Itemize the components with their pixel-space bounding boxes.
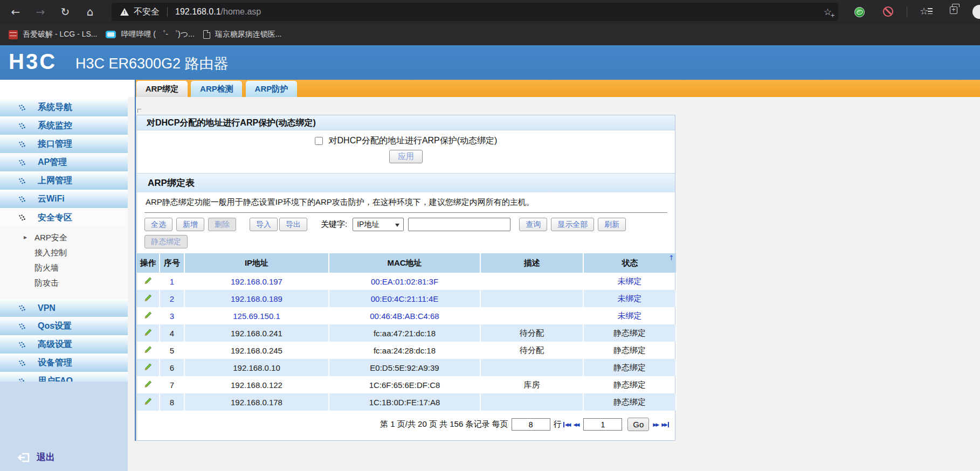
sidebar-footer: 退出 <box>0 382 128 471</box>
menu-bullet-icon <box>18 159 26 167</box>
edit-icon[interactable] <box>144 276 152 287</box>
table-row[interactable]: 3 125.69.150.1 00:46:4B:AB:C4:68 未绑定 <box>137 307 676 324</box>
tab-arp-defense[interactable]: ARP防护 <box>246 81 297 97</box>
export-button[interactable]: 导出 <box>279 218 307 231</box>
menu-bullet-icon <box>18 359 26 367</box>
sidebar-subitem-arp-security[interactable]: ▸ ARP安全 <box>0 230 128 245</box>
tab-arp-detect[interactable]: ARP检测 <box>191 81 242 97</box>
back-icon[interactable]: ← <box>6 3 25 21</box>
bilibili-favicon <box>106 31 116 38</box>
refresh-button[interactable]: 刷新 <box>598 218 626 231</box>
keyword-search-input[interactable] <box>408 218 510 231</box>
query-button[interactable]: 查询 <box>519 218 547 231</box>
dhcp-section-body: 对DHCP分配的地址进行ARP保护(动态绑定) 应用 <box>137 135 675 173</box>
router-banner: H3C H3C ER6300G2 路由器 <box>0 45 980 80</box>
menu-bullet-icon <box>18 304 26 312</box>
url-host: 192.168.0.1 <box>175 7 221 17</box>
edit-icon[interactable] <box>144 294 152 304</box>
apply-button[interactable]: 应用 <box>389 150 423 163</box>
menu-bullet-icon <box>18 177 26 185</box>
menu-bullet-icon <box>18 141 26 148</box>
table-row[interactable]: 6 192.168.0.10 E0:D5:5E:92:A9:39 静态绑定 <box>137 359 676 376</box>
arp-binding-table: 操作 序号 IP地址 MAC地址 描述 状态↑ 1 192.168.0.197 … <box>137 253 677 411</box>
edit-icon[interactable] <box>144 397 152 407</box>
sidebar-item-device-mgmt[interactable]: 设备管理 <box>0 354 128 372</box>
dropdown-arrow-icon <box>395 224 399 227</box>
browser-toolbar: ← → ↻ ⌂ ! 不安全 192.168.0.1 /home.asp ☆+ ☆… <box>0 0 980 24</box>
h3c-logo: H3C <box>9 50 57 74</box>
sidebar-item-qos[interactable]: Qos设置 <box>0 317 128 336</box>
sidebar-item-system-monitor[interactable]: 系统监控 <box>0 117 128 135</box>
arp-toolbar: 全选 新增 删除 导入 导出 关键字: IP地址 查询 显示全部 刷新 <box>144 218 667 231</box>
table-row[interactable]: 1 192.168.0.197 00:EA:01:02:81:3F 未绑定 <box>137 273 676 290</box>
sidebar-item-interface-mgmt[interactable]: 接口管理 <box>0 135 128 154</box>
col-desc: 描述 <box>480 253 583 273</box>
sidebar-subitem-access-control[interactable]: 接入控制 <box>0 245 128 260</box>
static-bind-button[interactable]: 静态绑定 <box>144 235 188 248</box>
select-all-button[interactable]: 全选 <box>144 218 172 231</box>
sidebar-item-vpn[interactable]: VPN <box>0 299 128 317</box>
sidebar-item-security-zone[interactable]: 安全专区 <box>0 209 128 227</box>
add-favorite-icon[interactable]: ☆+ <box>824 6 832 17</box>
home-icon[interactable]: ⌂ <box>81 3 99 21</box>
prev-page-icon[interactable]: ◀◀ <box>573 422 578 427</box>
logout-icon <box>17 452 30 463</box>
edit-icon[interactable] <box>144 363 152 373</box>
delete-button[interactable]: 删除 <box>208 218 236 231</box>
per-page-input[interactable] <box>512 418 550 431</box>
next-page-icon[interactable]: ▶▶ <box>653 422 658 427</box>
go-button[interactable]: Go <box>627 418 649 431</box>
edit-icon[interactable] <box>144 345 152 356</box>
table-row[interactable]: 4 192.168.0.241 fc:aa:47:21:dc:18 待分配 静态… <box>137 324 676 342</box>
logout-button[interactable]: 退出 <box>17 451 55 463</box>
toolbar-separator <box>907 6 907 17</box>
page-title: H3C ER6300G2 路由器 <box>75 54 229 73</box>
favorites-bar-icon[interactable]: ☆ <box>920 5 928 17</box>
profile-avatar[interactable] <box>972 5 980 19</box>
edit-icon[interactable] <box>144 328 152 338</box>
sidebar-subitem-firewall[interactable]: 防火墙 <box>0 260 128 275</box>
collections-icon[interactable]: + <box>950 6 957 14</box>
page-number-input[interactable] <box>583 418 622 431</box>
dhcp-section-header: 对DHCP分配的地址进行ARP保护(动态绑定) <box>137 115 675 130</box>
last-page-icon[interactable]: ▶▶ <box>661 422 669 427</box>
show-all-button[interactable]: 显示全部 <box>551 218 594 231</box>
table-row[interactable]: 5 192.168.0.245 fc:aa:24:28:dc:18 待分配 静态… <box>137 342 676 359</box>
sidebar-item-ap-mgmt[interactable]: AP管理 <box>0 154 128 172</box>
bookmark-ruijing[interactable]: 瑞京糖尿病连锁医... <box>203 30 282 39</box>
keyword-select[interactable]: IP地址 <box>353 218 404 231</box>
first-page-icon[interactable]: ◀◀ <box>563 422 570 427</box>
page-favicon <box>203 30 210 39</box>
table-row[interactable]: 2 192.168.0.189 00:E0:4C:21:11:4E 未绑定 <box>137 290 676 307</box>
dhcp-arp-protect-checkbox[interactable] <box>315 137 323 145</box>
tab-strip: ARP绑定 ARP检测 ARP防护 <box>135 80 980 97</box>
address-bar[interactable]: ! 不安全 192.168.0.1 /home.asp ☆+ <box>112 3 838 21</box>
sidebar-item-cloud-wifi[interactable]: 云WiFi <box>0 190 128 209</box>
52pojie-favicon <box>9 30 18 39</box>
add-button[interactable]: 新增 <box>176 218 204 231</box>
extension-blocker-icon[interactable] <box>883 6 893 17</box>
table-row[interactable]: 7 192.168.0.122 1C:6F:65:6E:DF:C8 库房 静态绑… <box>137 376 676 393</box>
not-secure-label[interactable]: 不安全 <box>134 6 160 18</box>
sidebar-subitem-anti-attack[interactable]: 防攻击 <box>0 275 128 290</box>
sidebar-item-advanced[interactable]: 高级设置 <box>0 336 128 354</box>
sort-asc-icon[interactable]: ↑ <box>668 254 674 262</box>
screen: ← → ↻ ⌂ ! 不安全 192.168.0.1 /home.asp ☆+ ☆… <box>0 0 980 471</box>
table-row[interactable]: 8 192.168.0.178 1C:1B:0D:FE:17:A8 静态绑定 <box>137 393 676 411</box>
col-status: 状态↑ <box>583 253 676 273</box>
import-button[interactable]: 导入 <box>250 218 278 231</box>
sidebar-top-spacer <box>0 80 135 97</box>
extension-adguard-icon[interactable] <box>854 7 865 17</box>
bookmark-bilibili[interactable]: 哔哩哔哩 ( ゜- ゜)つ... <box>106 30 194 39</box>
sidebar-item-internet-mgmt[interactable]: 上网管理 <box>0 172 128 190</box>
bookmark-52pojie[interactable]: 吾爱破解 - LCG - LS... <box>9 30 97 39</box>
edit-icon[interactable] <box>144 380 152 390</box>
bookmarks-bar: 吾爱破解 - LCG - LS... 哔哩哔哩 ( ゜- ゜)つ... 瑞京糖尿… <box>0 24 980 45</box>
forward-icon[interactable]: → <box>31 3 50 21</box>
refresh-icon[interactable]: ↻ <box>56 3 74 21</box>
edit-icon[interactable] <box>144 311 152 321</box>
rows-label: 行 <box>554 419 562 430</box>
tab-arp-binding[interactable]: ARP绑定 <box>136 81 188 97</box>
arp-description: ARP静态绑定功能一般用于静态设置IP环境下的ARP攻击防护，在这种环境下，建议… <box>137 192 675 207</box>
sidebar-item-system-nav[interactable]: 系统导航 <box>0 99 128 117</box>
